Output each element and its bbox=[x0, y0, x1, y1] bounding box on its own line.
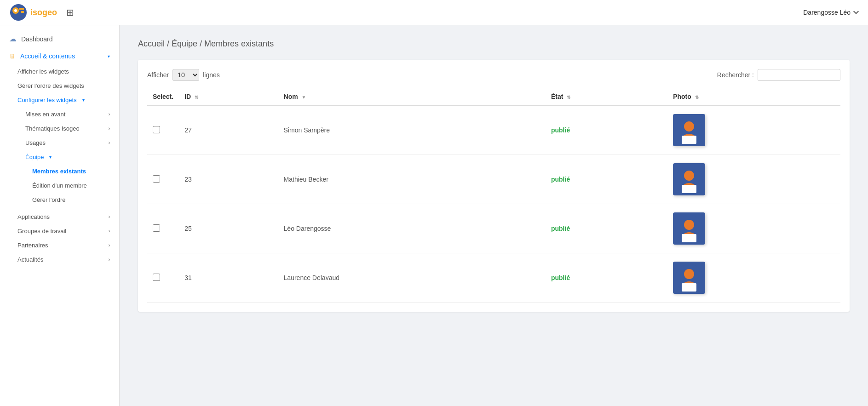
grid-icon[interactable]: ⊞ bbox=[66, 7, 74, 18]
avatar-container bbox=[673, 212, 705, 245]
membres-existants-label: Membres existants bbox=[32, 168, 86, 175]
col-select: Select. bbox=[147, 88, 179, 105]
main-layout: ☁ Dashboard 🖥 Accueil & contenus ▾ Affic… bbox=[0, 25, 868, 406]
sidebar-item-partenaires[interactable]: Partenaires › bbox=[0, 238, 119, 252]
applications-arrow-icon: › bbox=[109, 214, 110, 219]
table-row: 27 Simon Sampère publié bbox=[147, 105, 840, 155]
row-nom: Mathieu Becker bbox=[278, 155, 546, 204]
members-table: Select. ID ⇅ Nom ▼ État ⇅ bbox=[147, 88, 840, 303]
edition-membre-label: Édition d'un membre bbox=[32, 182, 87, 189]
row-checkbox-23[interactable] bbox=[153, 175, 160, 183]
photo-sort-icon: ⇅ bbox=[695, 95, 699, 100]
sidebar-item-thematiques[interactable]: Thématiques Isogeo › bbox=[0, 121, 119, 136]
table-header: Select. ID ⇅ Nom ▼ État ⇅ bbox=[147, 88, 840, 105]
search-label: Rechercher : bbox=[717, 71, 754, 79]
lines-label: lignes bbox=[203, 71, 220, 79]
sidebar-item-dashboard[interactable]: ☁ Dashboard bbox=[0, 30, 119, 48]
equipe-chevron-icon: ▾ bbox=[49, 154, 52, 160]
col-id[interactable]: ID ⇅ bbox=[179, 88, 278, 105]
actualites-arrow-icon: › bbox=[109, 257, 110, 262]
per-page-select[interactable]: 10 25 50 100 bbox=[172, 69, 199, 81]
afficher-widgets-label: Afficher les widgets bbox=[17, 68, 69, 75]
topbar-left: isogeo ⊞ bbox=[9, 3, 74, 22]
row-photo bbox=[667, 155, 840, 204]
row-id: 25 bbox=[179, 204, 278, 253]
row-checkbox-31[interactable] bbox=[153, 274, 160, 281]
svg-point-12 bbox=[684, 220, 694, 230]
gerer-widgets-label: Gérer l'ordre des widgets bbox=[17, 82, 84, 89]
row-nom: Laurence Delavaud bbox=[278, 253, 546, 303]
row-nom: Simon Sampère bbox=[278, 105, 546, 155]
sidebar-item-equipe[interactable]: Équipe ▾ bbox=[0, 150, 119, 164]
arrow-right-icon-2: › bbox=[109, 126, 110, 131]
monitor-icon: 🖥 bbox=[9, 52, 16, 60]
sidebar-item-usages[interactable]: Usages › bbox=[0, 136, 119, 150]
sidebar: ☁ Dashboard 🖥 Accueil & contenus ▾ Affic… bbox=[0, 25, 120, 406]
logo-icon bbox=[9, 3, 28, 22]
id-sort-icon: ⇅ bbox=[195, 95, 198, 100]
show-label: Afficher bbox=[147, 71, 169, 79]
row-id: 31 bbox=[179, 253, 278, 303]
sidebar-item-membres-existants[interactable]: Membres existants bbox=[0, 164, 119, 178]
row-checkbox-cell bbox=[147, 105, 179, 155]
row-id: 23 bbox=[179, 155, 278, 204]
breadcrumb-text: Accueil / Équipe / Membres existants bbox=[138, 39, 274, 48]
sidebar-item-edition-membre[interactable]: Édition d'un membre bbox=[0, 178, 119, 193]
svg-rect-18 bbox=[682, 283, 696, 292]
table-row: 23 Mathieu Becker publié bbox=[147, 155, 840, 204]
sidebar-item-accueil[interactable]: 🖥 Accueil & contenus ▾ bbox=[0, 48, 119, 64]
content-area: Accueil / Équipe / Membres existants Aff… bbox=[120, 25, 868, 406]
partenaires-label: Partenaires bbox=[17, 242, 48, 249]
configurer-chevron-icon: ▾ bbox=[82, 97, 85, 103]
table-card: Afficher 10 25 50 100 lignes Rechercher … bbox=[138, 60, 850, 312]
sidebar-item-accueil-label: Accueil & contenus bbox=[20, 52, 75, 60]
sidebar-item-gerer-widgets[interactable]: Gérer l'ordre des widgets bbox=[0, 79, 119, 93]
groupes-arrow-icon: › bbox=[109, 229, 110, 234]
partenaires-arrow-icon: › bbox=[109, 243, 110, 248]
gerer-ordre-label: Gérer l'ordre bbox=[32, 196, 66, 203]
sidebar-item-groupes-travail[interactable]: Groupes de travail › bbox=[0, 224, 119, 238]
sidebar-item-gerer-ordre[interactable]: Gérer l'ordre bbox=[0, 193, 119, 207]
col-nom[interactable]: Nom ▼ bbox=[278, 88, 546, 105]
row-checkbox-cell bbox=[147, 155, 179, 204]
avatar-container bbox=[673, 262, 705, 294]
table-body: 27 Simon Sampère publié 23 Mathieu Becke… bbox=[147, 105, 840, 303]
sidebar-item-applications[interactable]: Applications › bbox=[0, 210, 119, 224]
logo[interactable]: isogeo bbox=[9, 3, 57, 22]
table-controls-left: Afficher 10 25 50 100 lignes bbox=[147, 69, 220, 81]
mises-avant-label: Mises en avant bbox=[25, 111, 65, 118]
usages-label: Usages bbox=[25, 139, 46, 146]
sidebar-item-afficher-widgets[interactable]: Afficher les widgets bbox=[0, 64, 119, 79]
etat-sort-icon: ⇅ bbox=[567, 95, 570, 100]
row-checkbox-27[interactable] bbox=[153, 126, 160, 133]
sidebar-item-configurer-widgets[interactable]: Configurer les widgets ▾ bbox=[0, 93, 119, 107]
avatar-container bbox=[673, 163, 705, 195]
col-etat[interactable]: État ⇅ bbox=[546, 88, 667, 105]
search-input[interactable] bbox=[758, 69, 840, 81]
cloud-icon: ☁ bbox=[9, 34, 17, 43]
user-menu[interactable]: Darengosse Léo bbox=[803, 9, 859, 16]
table-row: 25 Léo Darengosse publié bbox=[147, 204, 840, 253]
table-row: 31 Laurence Delavaud publié bbox=[147, 253, 840, 303]
arrow-right-icon-3: › bbox=[109, 140, 110, 145]
arrow-right-icon: › bbox=[109, 112, 110, 117]
nom-sort-icon: ▼ bbox=[302, 95, 306, 100]
svg-rect-10 bbox=[682, 185, 696, 193]
groupes-travail-label: Groupes de travail bbox=[17, 228, 66, 234]
row-checkbox-25[interactable] bbox=[153, 224, 160, 232]
applications-label: Applications bbox=[17, 213, 50, 220]
actualites-label: Actualités bbox=[17, 256, 43, 263]
table-controls-right: Rechercher : bbox=[717, 69, 840, 81]
col-photo[interactable]: Photo ⇅ bbox=[667, 88, 840, 105]
row-etat: publié bbox=[546, 253, 667, 303]
configurer-widgets-label: Configurer les widgets bbox=[17, 97, 77, 103]
user-name: Darengosse Léo bbox=[803, 9, 851, 16]
row-nom: Léo Darengosse bbox=[278, 204, 546, 253]
sidebar-item-actualites[interactable]: Actualités › bbox=[0, 252, 119, 267]
equipe-label: Équipe bbox=[25, 154, 44, 160]
svg-point-8 bbox=[684, 171, 694, 181]
avatar-container bbox=[673, 114, 705, 146]
breadcrumb: Accueil / Équipe / Membres existants bbox=[138, 39, 850, 49]
sidebar-item-mises-avant[interactable]: Mises en avant › bbox=[0, 107, 119, 121]
logo-text: isogeo bbox=[30, 8, 57, 17]
